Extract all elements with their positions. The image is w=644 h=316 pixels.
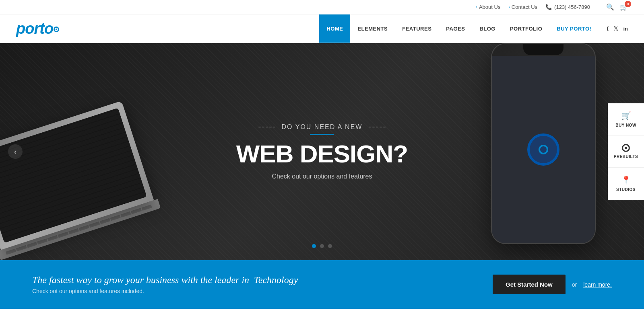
studios-label: STUDIOS [616, 187, 636, 192]
hero-subtitle-row: DO YOU NEED A NEW [236, 123, 408, 131]
nav-blog[interactable]: BLOG [472, 14, 503, 43]
cta-headline-prefix: The fastest way to grow your business wi… [32, 275, 249, 285]
hero-dot-3[interactable] [328, 244, 332, 248]
cta-section: The fastest way to grow your business wi… [0, 260, 644, 309]
hero-subtitle: DO YOU NEED A NEW [282, 123, 363, 131]
main-nav: HOME ELEMENTS FEATURES PAGES BLOG PORTFO… [319, 14, 599, 43]
hero-section: DO YOU NEED A NEW WEB DESIGN? Check out … [0, 43, 644, 260]
phone-notch [523, 44, 564, 55]
linkedin-link[interactable]: in [623, 26, 628, 32]
cart-badge: 0 [625, 1, 631, 7]
prebuilts-label: PREBUILTS [614, 154, 638, 159]
hero-prev-button[interactable]: ‹ [8, 144, 23, 159]
hero-title: WEB DESIGN? [236, 142, 408, 166]
nav-portfolio[interactable]: PORTFOLIO [503, 14, 549, 43]
phone-screen [492, 56, 595, 243]
hero-title-underline [310, 134, 334, 135]
chevron-icon: › [476, 5, 477, 9]
about-us-link[interactable]: › About Us [476, 4, 501, 10]
nav-features[interactable]: FEATURES [395, 14, 439, 43]
site-header: › About Us › Contact Us 📞 (123) 456-7890… [0, 0, 644, 43]
chevron-icon: › [508, 5, 510, 9]
contact-us-link[interactable]: › Contact Us [508, 4, 537, 10]
hero-dots [312, 244, 332, 248]
facebook-link[interactable]: f [607, 25, 609, 32]
header-main-bar: porto HOME ELEMENTS FEATURES PAGES BLOG … [0, 14, 644, 43]
get-started-button[interactable]: Get Started Now [493, 275, 566, 294]
cta-headline-highlight: Technology [254, 275, 298, 285]
header-utility-icons: 🔍 🛒 0 [606, 3, 628, 11]
header-top-bar: › About Us › Contact Us 📞 (123) 456-7890… [0, 0, 644, 14]
phone-icon: 📞 [545, 4, 552, 10]
cta-headline: The fastest way to grow your business wi… [32, 275, 298, 285]
site-logo[interactable]: porto [16, 20, 59, 37]
hero-left-lines [258, 127, 275, 127]
phone-logo-circle [527, 133, 559, 166]
search-button[interactable]: 🔍 [606, 3, 614, 11]
nav-pages[interactable]: PAGES [439, 14, 472, 43]
cta-or-text: or [572, 281, 577, 288]
hero-content: DO YOU NEED A NEW WEB DESIGN? Check out … [236, 123, 408, 180]
phone-display: 📞 (123) 456-7890 [545, 4, 590, 10]
nav-elements[interactable]: ELEMENTS [350, 14, 395, 43]
cta-actions: Get Started Now or learn more. [493, 275, 612, 294]
about-us-label: About Us [479, 4, 500, 10]
side-panel-studios[interactable]: 📍 STUDIOS [608, 168, 644, 200]
learn-more-link[interactable]: learn more. [583, 281, 612, 288]
social-links: f 𝕏 in [607, 25, 628, 32]
contact-us-label: Contact Us [512, 4, 537, 10]
twitter-link[interactable]: 𝕏 [613, 25, 618, 32]
hero-right-lines [369, 127, 386, 127]
nav-home[interactable]: HOME [319, 14, 350, 43]
phone-illustration [491, 43, 604, 252]
logo-circle-icon [54, 27, 59, 32]
cart-icon: 🛒 [621, 111, 631, 121]
studios-icon: 📍 [621, 175, 631, 185]
phone-logo-inner-circle [539, 145, 548, 154]
side-panel-prebuilts[interactable]: PREBUILTS [608, 135, 644, 168]
hero-dot-1[interactable] [312, 244, 316, 248]
cart-button[interactable]: 🛒 0 [620, 3, 628, 11]
side-panel: 🛒 BUY NOW PREBUILTS 📍 STUDIOS [608, 103, 644, 200]
nav-buy-porto[interactable]: BUY PORTO! [549, 14, 599, 43]
cta-text-block: The fastest way to grow your business wi… [32, 275, 298, 294]
hero-dot-2[interactable] [320, 244, 324, 248]
side-panel-buy-now[interactable]: 🛒 BUY NOW [608, 103, 644, 135]
cta-subtext: Check out our options and features inclu… [32, 288, 298, 294]
hero-description: Check out our options and features [236, 173, 408, 180]
buy-now-label: BUY NOW [615, 123, 636, 127]
phone-number: (123) 456-7890 [554, 4, 590, 10]
prebuilts-icon [622, 144, 630, 152]
